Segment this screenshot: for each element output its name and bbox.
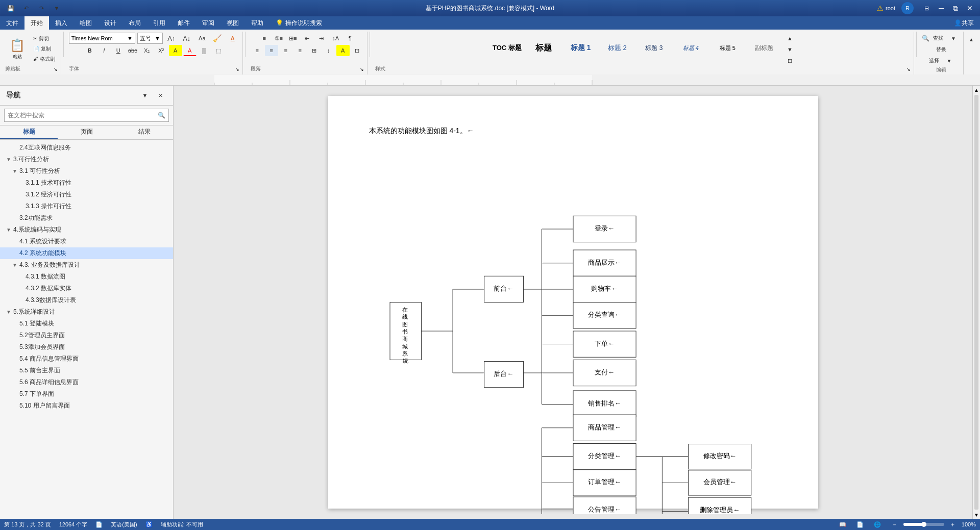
align-left-button[interactable]: ≡: [251, 45, 264, 56]
nav-item[interactable]: ▼5.系统详细设计: [0, 306, 173, 318]
zoom-level[interactable]: 100%: [962, 521, 976, 527]
sort-button[interactable]: ↕A: [329, 33, 342, 44]
nav-item[interactable]: ▼2.4互联网信息服务: [0, 142, 173, 154]
nav-item[interactable]: ▼5.1 登陆模块: [0, 318, 173, 330]
paste-button[interactable]: 📋 粘贴: [5, 38, 30, 60]
nav-item[interactable]: ▼4.1 系统设计要求: [0, 236, 173, 247]
italic-button[interactable]: I: [97, 45, 111, 56]
nav-item[interactable]: ▼5.6 商品详细信息界面: [0, 376, 173, 388]
nav-close-button[interactable]: ✕: [154, 90, 167, 101]
styles-more-button[interactable]: ⊟: [783, 55, 796, 65]
nav-tab-results[interactable]: 结果: [115, 125, 173, 139]
zoom-out-button[interactable]: －: [888, 519, 901, 530]
web-layout-button[interactable]: 🌐: [871, 519, 884, 530]
read-view-button[interactable]: 📖: [836, 519, 849, 530]
char-shading-button[interactable]: ▒: [198, 45, 211, 56]
ribbon-collapse-button[interactable]: ⊟: [920, 3, 933, 14]
font-size-select[interactable]: 五号 ▼: [137, 33, 163, 44]
nav-item[interactable]: ▼3.1.1 技术可行性: [0, 177, 173, 189]
clipboard-expand-button[interactable]: ↘: [54, 67, 58, 72]
nav-item[interactable]: ▼3.可行性分析: [0, 154, 173, 165]
columns-button[interactable]: ⊞: [308, 45, 321, 56]
tab-home[interactable]: 开始: [24, 16, 49, 30]
justify-button[interactable]: ≡: [293, 45, 307, 56]
save-button[interactable]: 💾: [4, 3, 17, 14]
nav-item[interactable]: ▼3.1.3 操作可行性: [0, 200, 173, 212]
tab-insert[interactable]: 插入: [49, 16, 74, 30]
show-formatting-button[interactable]: ¶: [344, 33, 357, 44]
underline-button[interactable]: U: [112, 45, 125, 56]
nav-item[interactable]: ▼3.1 可行性分析: [0, 165, 173, 177]
collapse-ribbon-button[interactable]: ▲: [965, 34, 978, 45]
scroll-up-button[interactable]: ▲: [973, 86, 980, 94]
replace-button[interactable]: 替换: [934, 45, 949, 54]
nav-tab-headings[interactable]: 标题: [0, 125, 58, 139]
undo-button[interactable]: ↶: [19, 3, 33, 14]
align-right-button[interactable]: ≡: [279, 45, 292, 56]
char-border-button[interactable]: ⬚: [212, 45, 225, 56]
search-input[interactable]: [8, 112, 154, 119]
tab-view[interactable]: 视图: [220, 16, 245, 30]
close-button[interactable]: ✕: [964, 2, 976, 14]
paragraph-expand-button[interactable]: ↘: [360, 67, 364, 72]
line-spacing-button[interactable]: ↕: [322, 45, 335, 56]
style-title[interactable]: 标题: [526, 33, 561, 63]
nav-item[interactable]: ▼4.3.2 数据库实体: [0, 283, 173, 294]
find-dropdown-button[interactable]: ▼: [947, 33, 960, 44]
nav-item[interactable]: ▼4.3.1 数据流图: [0, 271, 173, 283]
tab-mailings[interactable]: 邮件: [172, 16, 196, 30]
nav-item[interactable]: ▼3.2功能需求: [0, 212, 173, 224]
nav-item[interactable]: ▼5.4 商品信息管理界面: [0, 353, 173, 365]
align-center-button[interactable]: ≡: [265, 45, 278, 56]
style-heading4[interactable]: 标题 4: [673, 33, 708, 63]
zoom-slider-thumb[interactable]: [921, 522, 926, 527]
cut-button[interactable]: ✂ 剪切: [31, 34, 58, 43]
minimize-button[interactable]: ─: [935, 2, 947, 14]
styles-down-button[interactable]: ▼: [783, 44, 796, 55]
borders-button[interactable]: ⊡: [351, 45, 364, 56]
copy-button[interactable]: 📄 复制: [31, 44, 58, 54]
decrease-indent-button[interactable]: ⇤: [301, 33, 314, 44]
text-effects-button[interactable]: A: [226, 33, 239, 44]
accessibility-status[interactable]: 辅助功能: 不可用: [161, 521, 203, 528]
clear-format-button[interactable]: 🧹: [211, 33, 224, 44]
language[interactable]: 英语(美国): [111, 521, 137, 528]
increase-indent-button[interactable]: ⇥: [315, 33, 328, 44]
font-color-button[interactable]: A: [183, 45, 197, 56]
nav-tab-pages[interactable]: 页面: [58, 125, 115, 139]
redo-button[interactable]: ↷: [35, 3, 48, 14]
styles-up-button[interactable]: ▲: [783, 33, 796, 44]
style-toc-title[interactable]: TOC 标题: [489, 33, 525, 63]
nav-search-box[interactable]: 🔍: [4, 109, 169, 122]
page-count[interactable]: 第 13 页，共 32 页: [4, 521, 51, 528]
user-avatar[interactable]: R: [901, 2, 914, 14]
tab-file[interactable]: 文件: [0, 16, 24, 30]
nav-item[interactable]: ▼3.1.2 经济可行性: [0, 189, 173, 200]
select-dropdown-button[interactable]: ▼: [943, 55, 956, 66]
text-highlight-button[interactable]: A: [169, 45, 182, 56]
tab-draw[interactable]: 绘图: [74, 16, 98, 30]
bullet-list-button[interactable]: ≡: [258, 33, 271, 44]
zoom-in-button[interactable]: ＋: [946, 519, 960, 530]
nav-item[interactable]: ▼5.3添加会员界面: [0, 341, 173, 353]
tab-search[interactable]: 💡操作说明搜索: [270, 16, 328, 30]
nav-item[interactable]: ▼5.5 前台主界面: [0, 365, 173, 376]
style-heading1[interactable]: 标题 1: [562, 33, 598, 63]
superscript-button[interactable]: X²: [155, 45, 168, 56]
multilevel-list-button[interactable]: ⊞≡: [286, 33, 300, 44]
scroll-down-button[interactable]: ▼: [973, 511, 980, 519]
strikethrough-button[interactable]: abc: [126, 45, 139, 56]
select-button[interactable]: 选择: [926, 56, 942, 65]
tab-layout[interactable]: 布局: [122, 16, 147, 30]
nav-item[interactable]: ▼4.3.3数据库设计表: [0, 294, 173, 306]
style-heading5[interactable]: 标题 5: [709, 33, 745, 63]
styles-expand-button[interactable]: ↘: [906, 67, 911, 72]
nav-item[interactable]: ▼5.2管理员主界面: [0, 330, 173, 341]
nav-options-button[interactable]: ▼: [138, 90, 152, 101]
style-heading3[interactable]: 标题 3: [636, 33, 672, 63]
right-scrollbar[interactable]: ▲ ▼: [972, 86, 980, 519]
nav-item[interactable]: ▼4.3. 业务及数据库设计: [0, 259, 173, 271]
tab-design[interactable]: 设计: [98, 16, 122, 30]
nav-item[interactable]: ▼5.7 下单界面: [0, 388, 173, 400]
subscript-button[interactable]: X₂: [140, 45, 154, 56]
